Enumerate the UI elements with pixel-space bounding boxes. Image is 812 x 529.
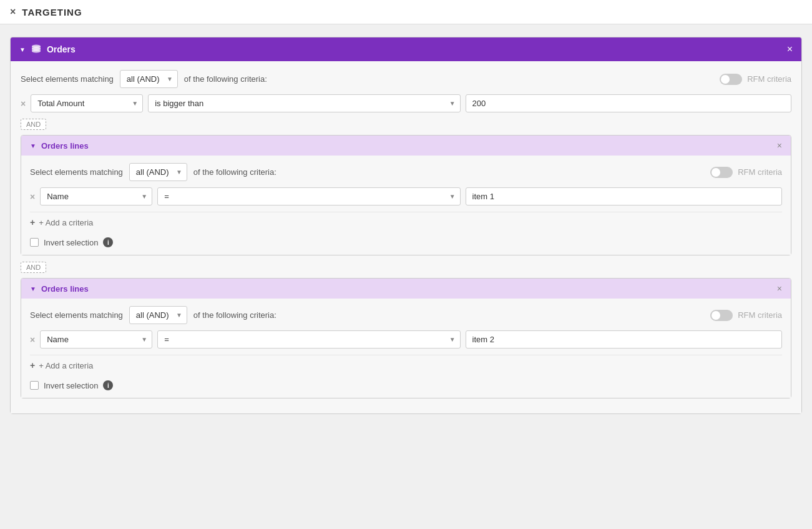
orders-lines-close-2[interactable]: × [777, 284, 782, 294]
orders-lines-body-2: Select elements matching all (AND) any (… [21, 299, 791, 398]
orders-lines-header-1: ▼ Orders lines × [21, 136, 791, 156]
lines2-operator-wrapper[interactable]: = != contains starts with [157, 330, 460, 349]
lines2-rfm-toggle[interactable] [710, 310, 733, 321]
lines2-rfm-label: RFM criteria [738, 310, 782, 320]
lines2-filter-close[interactable]: × [30, 335, 35, 345]
lines1-criteria-row: Select elements matching all (AND) any (… [30, 163, 782, 181]
operator-select[interactable]: is bigger than is smaller than equals co… [148, 94, 460, 112]
lines2-invert-label: Invert selection [44, 381, 98, 390]
orders-lines-header-left-1: ▼ Orders lines [30, 141, 89, 151]
and-badge-2: AND [21, 262, 46, 273]
svg-point-4 [32, 50, 41, 53]
orders-lines-header-left-2: ▼ Orders lines [30, 284, 89, 294]
orders-lines-block-1: ▼ Orders lines × Select elements matchin… [21, 135, 791, 255]
close-icon[interactable]: × [10, 6, 16, 17]
lines1-following-label: of the following criteria: [193, 167, 276, 177]
lines2-field-select[interactable]: Name Total Amount Date [40, 330, 152, 349]
orders-lines-body-1: Select elements matching all (AND) any (… [21, 156, 791, 255]
lines2-criteria-row: Select elements matching all (AND) any (… [30, 306, 782, 324]
orders-block: ▼ Orders × Select elements matching [10, 37, 802, 414]
lines1-add-criteria-label: + Add a criteria [39, 218, 93, 227]
lines1-filter-row: × Name Total Amount Date = != [30, 187, 782, 205]
lines2-rfm-area: RFM criteria [710, 310, 782, 321]
add-icon-1: + [30, 217, 35, 227]
orders-lines-chevron-2[interactable]: ▼ [30, 285, 36, 292]
lines1-invert-checkbox[interactable] [30, 238, 39, 247]
lines1-rfm-area: RFM criteria [710, 167, 782, 178]
value-input[interactable] [466, 94, 791, 112]
lines2-add-criteria[interactable]: + + Add a criteria [30, 355, 782, 375]
rfm-toggle-area: RFM criteria [720, 74, 791, 85]
orders-close-button[interactable]: × [787, 44, 793, 54]
criteria-matching-row: Select elements matching all (AND) any (… [21, 70, 791, 88]
lines2-add-criteria-label: + Add a criteria [39, 361, 93, 370]
lines1-matching-select[interactable]: all (AND) any (OR) [129, 163, 187, 181]
orders-lines-title-1: Orders lines [41, 141, 89, 151]
lines1-invert-label: Invert selection [44, 238, 98, 247]
orders-header: ▼ Orders × [11, 37, 801, 61]
page-title: TARGETING [22, 7, 82, 17]
lines2-invert-row: Invert selection i [30, 375, 782, 390]
orders-lines-title-2: Orders lines [41, 284, 89, 294]
matching-select-wrapper[interactable]: all (AND) any (OR) [120, 70, 178, 88]
lines1-add-criteria[interactable]: + + Add a criteria [30, 212, 782, 232]
lines1-select-label: Select elements matching [30, 167, 123, 177]
orders-header-left: ▼ Orders [19, 44, 76, 55]
orders-lines-block-2: ▼ Orders lines × Select elements matchin… [21, 278, 791, 398]
lines2-matching-wrapper[interactable]: all (AND) any (OR) [129, 306, 187, 324]
orders-lines-chevron-1[interactable]: ▼ [30, 142, 36, 149]
database-icon [31, 44, 42, 55]
lines1-operator-wrapper[interactable]: = != contains starts with [157, 187, 460, 205]
field-select[interactable]: Total Amount Name Date Status [31, 94, 143, 112]
orders-lines-header-2: ▼ Orders lines × [21, 279, 791, 299]
lines2-filter-row: × Name Total Amount Date = != [30, 330, 782, 349]
lines2-operator-select[interactable]: = != contains starts with [157, 330, 460, 349]
lines2-following-label: of the following criteria: [193, 310, 276, 320]
lines1-filter-close[interactable]: × [30, 192, 35, 202]
operator-select-wrapper[interactable]: is bigger than is smaller than equals co… [148, 94, 460, 112]
lines2-matching-select[interactable]: all (AND) any (OR) [129, 306, 187, 324]
filter-close-icon[interactable]: × [21, 99, 26, 109]
following-criteria-label: of the following criteria: [184, 74, 267, 84]
lines2-field-wrapper[interactable]: Name Total Amount Date [40, 330, 152, 349]
lines2-invert-checkbox[interactable] [30, 381, 39, 390]
lines1-rfm-label: RFM criteria [738, 167, 782, 177]
and-badge: AND [21, 119, 46, 130]
lines1-matching-wrapper[interactable]: all (AND) any (OR) [129, 163, 187, 181]
lines1-value-input[interactable] [466, 187, 782, 205]
lines1-rfm-toggle[interactable] [710, 167, 733, 178]
lines1-invert-row: Invert selection i [30, 232, 782, 247]
orders-lines-close-1[interactable]: × [777, 141, 782, 151]
main-content: ▼ Orders × Select elements matching [0, 24, 812, 427]
and-badge-wrapper-2: AND [21, 262, 791, 273]
lines1-field-wrapper[interactable]: Name Total Amount Date [40, 187, 152, 205]
lines1-field-select[interactable]: Name Total Amount Date [40, 187, 152, 205]
and-badge-wrapper: AND [21, 119, 791, 130]
lines1-info-icon[interactable]: i [103, 237, 113, 247]
lines2-select-label: Select elements matching [30, 310, 123, 320]
total-amount-filter-row: × Total Amount Name Date Status is bigge… [21, 94, 791, 112]
orders-body: Select elements matching all (AND) any (… [11, 61, 801, 413]
page-header: × TARGETING [0, 0, 812, 24]
chevron-down-icon[interactable]: ▼ [19, 46, 26, 53]
lines2-value-input[interactable] [466, 330, 782, 349]
matching-select[interactable]: all (AND) any (OR) [120, 70, 178, 88]
select-elements-label: Select elements matching [21, 74, 114, 84]
rfm-toggle[interactable] [720, 74, 742, 85]
orders-title: Orders [47, 44, 76, 54]
add-icon-2: + [30, 360, 35, 370]
field-select-wrapper[interactable]: Total Amount Name Date Status [31, 94, 143, 112]
lines2-info-icon[interactable]: i [103, 380, 113, 390]
rfm-label: RFM criteria [747, 74, 791, 84]
lines1-operator-select[interactable]: = != contains starts with [157, 187, 460, 205]
